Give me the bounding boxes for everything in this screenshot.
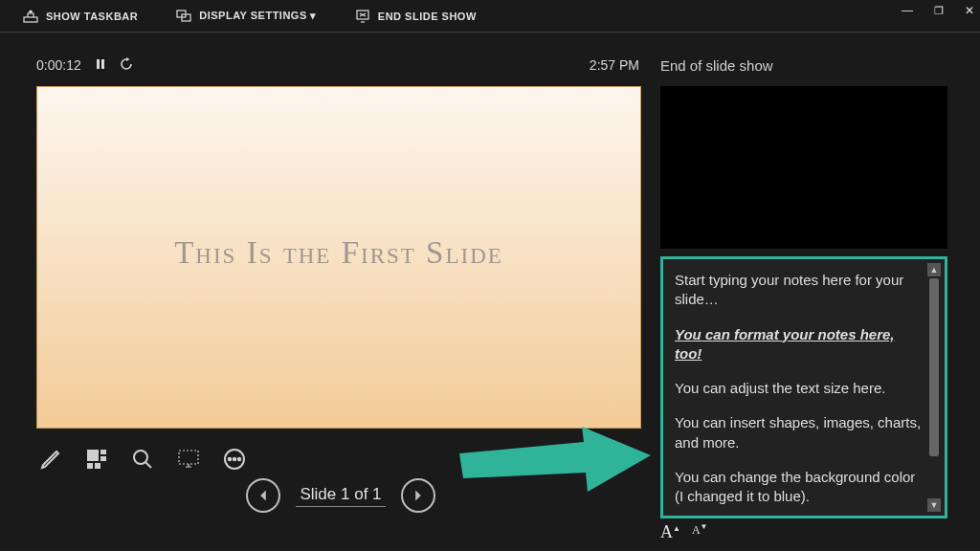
more-options-button[interactable] — [220, 445, 249, 474]
current-slide-preview[interactable]: This Is the First Slide — [36, 86, 641, 429]
pause-button[interactable] — [95, 57, 106, 73]
next-slide-icon — [412, 489, 425, 502]
notes-scrollbar[interactable]: ▲ ▼ — [927, 263, 941, 512]
svg-rect-0 — [24, 17, 37, 22]
display-settings-button[interactable]: DISPLAY SETTINGS ▾ — [176, 9, 317, 24]
notes-content: Start typing your notes here for your sl… — [675, 271, 922, 506]
notes-font-tools: A▲ A▼ — [660, 522, 963, 542]
see-all-slides-button[interactable] — [82, 445, 111, 474]
svg-rect-10 — [95, 463, 100, 469]
svg-rect-8 — [100, 456, 106, 461]
notes-panel[interactable]: Start typing your notes here for your sl… — [660, 256, 947, 518]
slide-title: This Is the First Slide — [37, 235, 640, 271]
svg-point-14 — [229, 458, 232, 461]
svg-rect-4 — [97, 59, 100, 69]
svg-rect-7 — [100, 450, 106, 454]
font-decrease-button[interactable]: A▼ — [692, 522, 708, 542]
close-icon[interactable]: ✕ — [965, 4, 974, 17]
prev-slide-button[interactable] — [246, 478, 280, 513]
svg-rect-6 — [87, 450, 99, 461]
svg-rect-9 — [87, 463, 93, 469]
window-controls: — ❐ ✕ — [902, 4, 974, 17]
see-all-slides-icon — [85, 448, 108, 471]
slide-indicator: Slide 1 of 1 — [296, 485, 385, 507]
show-taskbar-button[interactable]: SHOW TASKBAR — [23, 9, 138, 24]
font-increase-icon: ▲ — [673, 524, 680, 533]
pen-icon — [39, 448, 62, 471]
prev-slide-icon — [256, 489, 270, 502]
notes-line: Start typing your notes here for your sl… — [675, 271, 922, 310]
svg-point-11 — [134, 451, 147, 464]
restore-icon[interactable]: ❐ — [934, 5, 944, 17]
scroll-thumb[interactable] — [929, 278, 939, 456]
end-slide-show-button[interactable]: END SLIDE SHOW — [355, 9, 477, 24]
minimize-icon[interactable]: — — [902, 4, 913, 17]
svg-rect-5 — [101, 59, 104, 69]
slide-tools — [36, 444, 645, 474]
clock: 2:57 PM — [590, 57, 645, 73]
zoom-button[interactable] — [128, 445, 157, 474]
notes-line: You can insert shapes, images, charts, a… — [675, 413, 922, 452]
more-options-icon — [223, 448, 246, 471]
display-settings-icon — [176, 9, 191, 24]
show-taskbar-icon — [23, 9, 38, 24]
timer: 0:00:12 — [36, 57, 81, 73]
timer-row: 0:00:12 2:57 PM — [36, 50, 645, 80]
slide-nav: Slide 1 of 1 — [36, 478, 645, 513]
pause-icon — [95, 58, 106, 70]
display-settings-label: DISPLAY SETTINGS ▾ — [199, 10, 317, 22]
scroll-up-icon[interactable]: ▲ — [927, 263, 941, 276]
notes-line: You can adjust the text size here. — [675, 379, 922, 398]
next-slide-preview[interactable] — [660, 86, 947, 249]
show-taskbar-label: SHOW TASKBAR — [46, 11, 138, 22]
next-slide-button[interactable] — [401, 478, 435, 513]
notes-line: You can change the background color (I c… — [675, 468, 922, 507]
scroll-down-icon[interactable]: ▼ — [927, 498, 941, 512]
end-slide-show-icon — [355, 9, 370, 24]
svg-point-16 — [238, 458, 241, 461]
zoom-icon — [131, 448, 154, 471]
restart-icon — [120, 57, 133, 71]
top-toolbar: SHOW TASKBAR DISPLAY SETTINGS ▾ END SLID… — [0, 0, 980, 33]
font-decrease-icon: ▼ — [701, 522, 708, 531]
next-slide-label: End of slide show — [660, 50, 963, 80]
end-slide-show-label: END SLIDE SHOW — [378, 11, 477, 22]
restart-button[interactable] — [120, 57, 133, 74]
notes-line-formatted: You can format your notes here, too! — [675, 325, 922, 364]
svg-rect-12 — [179, 451, 198, 464]
pen-tool-button[interactable] — [36, 445, 65, 474]
black-screen-button[interactable] — [174, 445, 203, 474]
svg-point-15 — [234, 458, 236, 461]
black-screen-icon — [177, 448, 200, 471]
font-increase-button[interactable]: A▲ — [660, 522, 680, 542]
